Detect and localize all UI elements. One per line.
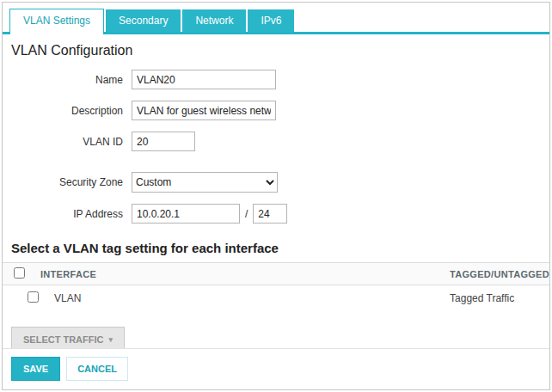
security-zone-label: Security Zone (3, 176, 132, 188)
interface-table: INTERFACE TAGGED/UNTAGGED VLAN Tagged Tr… (3, 262, 549, 311)
table-row: VLAN Tagged Traffic (3, 285, 549, 312)
ip-address-input[interactable] (132, 204, 240, 224)
ip-address-row: IP Address / (3, 204, 549, 224)
tagged-cell: Tagged Traffic (450, 285, 549, 312)
security-zone-select[interactable]: Custom (132, 172, 278, 193)
footer-action-bar: SAVE CANCEL (3, 348, 549, 389)
tab-ipv6[interactable]: IPv6 (248, 9, 294, 32)
save-button[interactable]: SAVE (11, 357, 60, 381)
interface-section-heading: Select a VLAN tag setting for each inter… (11, 241, 549, 255)
vlan-config-form: Name Description VLAN ID Security Zone C… (3, 70, 549, 224)
tab-network[interactable]: Network (182, 9, 246, 32)
vlan-id-label: VLAN ID (3, 136, 132, 148)
interface-table-header-row: INTERFACE TAGGED/UNTAGGED (3, 263, 549, 285)
name-label: Name (3, 74, 132, 86)
tagged-column-header: TAGGED/UNTAGGED (450, 263, 549, 285)
caret-down-icon: ▾ (109, 336, 113, 344)
vlan-id-input[interactable] (132, 132, 195, 151)
ip-address-label: IP Address (3, 208, 132, 220)
interface-cell: VLAN (40, 285, 450, 312)
vlan-settings-page: VLAN Settings Secondary Network IPv6 VLA… (2, 2, 550, 390)
select-traffic-label: SELECT TRAFFIC (23, 334, 104, 345)
select-all-checkbox[interactable] (14, 267, 25, 279)
description-input[interactable] (132, 101, 276, 120)
page-title: VLAN Configuration (11, 43, 549, 58)
vlan-id-row: VLAN ID (3, 132, 549, 151)
ip-prefix-separator: / (245, 208, 248, 220)
tab-secondary[interactable]: Secondary (106, 9, 181, 32)
interface-column-header: INTERFACE (40, 263, 450, 285)
cancel-button[interactable]: CANCEL (66, 357, 128, 381)
vlan-row-checkbox[interactable] (28, 291, 39, 303)
ip-prefix-input[interactable] (253, 204, 287, 224)
description-label: Description (3, 105, 132, 117)
name-input[interactable] (132, 70, 276, 89)
tab-bar: VLAN Settings Secondary Network IPv6 (3, 3, 549, 34)
security-zone-row: Security Zone Custom (3, 172, 549, 193)
tab-vlan-settings[interactable]: VLAN Settings (9, 9, 104, 34)
name-row: Name (3, 70, 549, 89)
description-row: Description (3, 101, 549, 120)
